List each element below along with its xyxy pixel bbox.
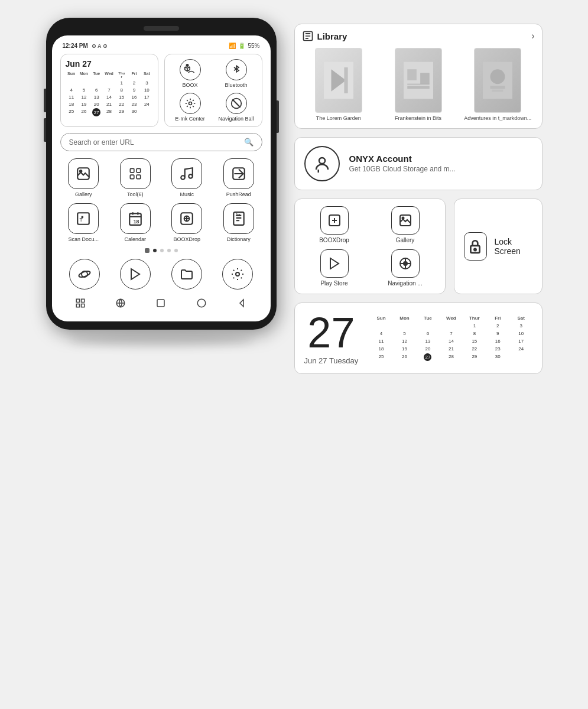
mc-2[interactable]: 2 (487, 323, 509, 329)
app-booxdrop[interactable]: BOOXDrop (164, 203, 211, 242)
mc-5[interactable]: 5 (394, 330, 415, 337)
mc-6[interactable]: 6 (417, 330, 438, 337)
cal-day-27-today[interactable]: 27 (92, 108, 100, 116)
cal-day-13[interactable]: 13 (90, 94, 102, 100)
mc-12[interactable]: 12 (394, 338, 415, 344)
cal-day-15[interactable]: 15 (116, 94, 128, 100)
cal-day-21[interactable]: 21 (103, 101, 115, 108)
dot-2[interactable] (160, 249, 164, 252)
app-pushread[interactable]: PushRead (215, 158, 262, 197)
cal-day-6[interactable]: 6 (90, 87, 102, 93)
power-button[interactable] (277, 100, 279, 133)
cal-day-11[interactable]: 11 (66, 94, 77, 100)
cal-day-7[interactable]: 7 (103, 87, 115, 93)
calendar-widget[interactable]: Jun 27 Sun Mon Tue Wed Thur Fri Sat (60, 54, 158, 127)
cal-day-19[interactable]: 19 (78, 101, 90, 108)
cal-day-10[interactable]: 10 (141, 87, 152, 93)
library-arrow[interactable]: › (531, 31, 534, 41)
app-dictionary[interactable]: Aa Dictionary (215, 203, 262, 242)
mc-8[interactable]: 8 (463, 330, 485, 337)
mc-16[interactable]: 16 (487, 338, 509, 344)
mc-21[interactable]: 21 (440, 346, 462, 352)
cal-day-18[interactable]: 18 (66, 101, 77, 108)
cal-day-26[interactable]: 26 (78, 108, 90, 116)
dock-settings[interactable] (213, 259, 262, 290)
mc-13[interactable]: 13 (417, 338, 438, 344)
book-2[interactable]: Frankenstein in Bits (381, 48, 455, 122)
mc-30[interactable]: 30 (487, 353, 509, 361)
mc-7[interactable]: 7 (440, 330, 462, 337)
mc-1[interactable]: 1 (463, 323, 485, 329)
account-widget[interactable]: ONYX Account Get 10GB Cloud Storage and … (294, 137, 542, 190)
qa-eink[interactable]: E-Ink Center (170, 93, 211, 122)
nav-back-icon[interactable] (236, 298, 247, 311)
cal-day-29[interactable]: 29 (116, 108, 128, 116)
dot-grid[interactable] (145, 248, 150, 253)
mc-24[interactable]: 24 (510, 346, 532, 352)
mc-11[interactable]: 11 (370, 338, 392, 344)
cal-day-2[interactable]: 2 (128, 80, 140, 86)
mc-26[interactable]: 26 (394, 353, 415, 361)
nav-menu-icon[interactable] (75, 298, 86, 311)
nav-earth-icon[interactable] (115, 298, 126, 311)
shortcut-navigation[interactable]: Navigation ... (373, 249, 438, 287)
cal-day-20[interactable]: 20 (90, 101, 102, 108)
mc-27-today[interactable]: 27 (424, 353, 431, 361)
mc-28[interactable]: 28 (440, 353, 462, 361)
mc-9[interactable]: 9 (487, 330, 509, 337)
cal-day-24[interactable]: 24 (141, 101, 152, 108)
mc-22[interactable]: 22 (463, 346, 485, 352)
library-widget[interactable]: Library › The Lorem Garden (294, 24, 542, 129)
cal-day-8[interactable]: 8 (116, 87, 128, 93)
cal-day-22[interactable]: 22 (116, 101, 128, 108)
mc-3[interactable]: 3 (510, 323, 532, 329)
mc-18[interactable]: 18 (370, 346, 392, 352)
mc-25[interactable]: 25 (370, 353, 392, 361)
app-calendar[interactable]: 18 Calendar (112, 203, 159, 242)
dock-play[interactable] (111, 259, 160, 290)
dot-1-active[interactable] (153, 249, 157, 252)
mc-15[interactable]: 15 (463, 338, 485, 344)
mc-23[interactable]: 23 (487, 346, 509, 352)
cal-day-9[interactable]: 9 (128, 87, 140, 93)
cal-day-12[interactable]: 12 (78, 94, 90, 100)
book-3[interactable]: Adventures in t_markdown... (461, 48, 535, 122)
cal-day-17[interactable]: 17 (141, 94, 152, 100)
dot-3[interactable] (167, 249, 171, 252)
calendar-big-widget[interactable]: 27 Jun 27 Tuesday Sun Mon Tue Wed Thur F… (294, 303, 542, 374)
app-scan[interactable]: T Scan Docu... (60, 203, 108, 242)
dot-4[interactable] (174, 249, 178, 252)
cal-day-23[interactable]: 23 (128, 101, 140, 108)
dock-planet[interactable] (60, 259, 109, 290)
cal-day-14[interactable]: 14 (103, 94, 115, 100)
dock-folder[interactable] (163, 259, 212, 290)
cal-day-3[interactable]: 3 (141, 80, 152, 86)
cal-day-16[interactable]: 16 (128, 94, 140, 100)
shortcut-booxdrop[interactable]: BOOXDrop (302, 206, 367, 243)
mc-29[interactable]: 29 (463, 353, 485, 361)
mc-17[interactable]: 17 (510, 338, 532, 344)
mc-19[interactable]: 19 (394, 346, 415, 352)
app-tool[interactable]: Tool(6) (112, 158, 159, 197)
search-bar[interactable]: Search or enter URL 🔍 (60, 133, 262, 151)
qa-bluetooth[interactable]: Bluetooth (216, 59, 257, 88)
cal-day-1[interactable]: 1 (116, 80, 128, 86)
vol-down-button[interactable] (44, 118, 46, 142)
shortcut-gallery[interactable]: Gallery (373, 206, 438, 243)
nav-circle-icon[interactable] (196, 298, 207, 311)
qa-navball[interactable]: Navigation Ball (216, 93, 257, 122)
app-gallery[interactable]: Gallery (60, 158, 108, 197)
mc-14[interactable]: 14 (440, 338, 462, 344)
shortcut-playstore[interactable]: Play Store (302, 249, 367, 287)
cal-day-25[interactable]: 25 (66, 108, 77, 116)
mc-4[interactable]: 4 (370, 330, 392, 337)
book-1[interactable]: The Lorem Garden (302, 48, 376, 122)
lock-screen-widget[interactable]: Lock Screen (454, 199, 542, 294)
vol-up-button[interactable] (44, 89, 46, 112)
mc-20[interactable]: 20 (417, 346, 438, 352)
cal-day-30[interactable]: 30 (128, 108, 140, 116)
qa-boox[interactable]: BOOX (170, 59, 211, 88)
cal-day-4[interactable]: 4 (66, 87, 77, 93)
cal-day-28[interactable]: 28 (103, 108, 115, 116)
app-music[interactable]: Music (164, 158, 211, 197)
